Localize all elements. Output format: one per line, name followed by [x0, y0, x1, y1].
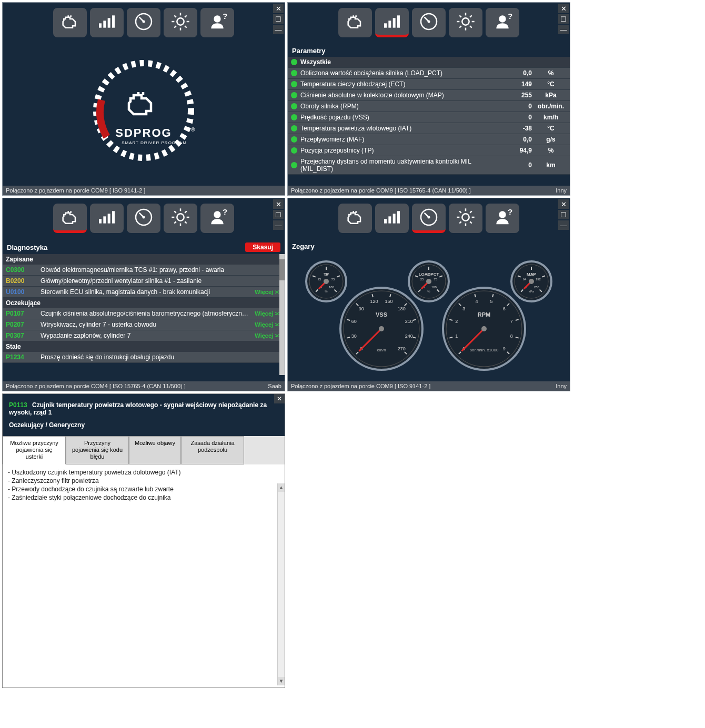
minimize-button[interactable]: —: [558, 220, 569, 230]
minimize-button[interactable]: —: [273, 25, 284, 34]
tab-params[interactable]: [90, 204, 124, 233]
status-left: Połączono z pojazdem na porcie COM9 [ IS…: [291, 187, 471, 194]
param-value: 0,0: [500, 136, 532, 143]
more-link[interactable]: Więcej >>: [255, 310, 281, 317]
tab-engine[interactable]: [338, 8, 372, 37]
status-left: Połączono z pojazdem na porcie COM4 [ IS…: [6, 383, 186, 389]
tab-settings[interactable]: [164, 204, 197, 233]
gauge-icon: [418, 207, 439, 228]
dtc-code: B0200: [6, 277, 37, 285]
bars-icon: [96, 207, 117, 228]
minimize-button[interactable]: —: [558, 25, 569, 34]
detail-tab[interactable]: Możliwe objawy: [129, 436, 181, 464]
minimize-button[interactable]: —: [273, 220, 284, 230]
tab-gauges[interactable]: [412, 8, 446, 37]
param-row[interactable]: Temperatura powietrza wlotowego (IAT) -3…: [288, 123, 570, 134]
param-row[interactable]: Pozycja przepustnicy (TP) 94,9 %: [288, 145, 570, 156]
close-button[interactable]: ✕: [274, 394, 285, 403]
more-link[interactable]: Więcej >>: [255, 321, 281, 328]
svg-text:5: 5: [490, 299, 492, 304]
scrollbar-thumb[interactable]: [279, 259, 285, 280]
close-button[interactable]: ✕: [558, 199, 569, 209]
param-row[interactable]: Ciśnienie absolutne w kolektorze dolotow…: [288, 90, 570, 101]
more-link[interactable]: Więcej >>: [255, 332, 281, 339]
dtc-subtitle: Oczekujący / Generyczny: [9, 421, 278, 429]
close-button[interactable]: ✕: [273, 199, 284, 209]
param-row[interactable]: Przejechany dystans od momentu uaktywnie…: [288, 156, 570, 175]
scrollbar[interactable]: [279, 254, 285, 375]
tab-gauges[interactable]: [127, 204, 160, 233]
svg-text:120: 120: [370, 299, 378, 304]
tab-help[interactable]: [200, 8, 234, 37]
tab-settings[interactable]: [449, 8, 482, 37]
dtc-code: P1234: [6, 353, 37, 361]
dtc-row[interactable]: B0200 Główny/pierwotny/przedni wentylato…: [3, 276, 285, 287]
tab-gauges[interactable]: [127, 8, 160, 37]
maximize-button[interactable]: ☐: [558, 210, 569, 219]
clear-button[interactable]: Skasuj: [245, 242, 280, 252]
detail-tab[interactable]: Możliwe przyczyny pojawienia się usterki: [3, 436, 66, 464]
dtc-code: P0113: [9, 401, 27, 409]
close-button[interactable]: ✕: [273, 4, 284, 13]
param-name: Temperatura powietrza wlotowego (IAT): [300, 125, 497, 132]
tab-settings[interactable]: [164, 8, 197, 37]
gauge: 0306090120150180210240270VSSkm/h: [340, 288, 422, 370]
tab-help[interactable]: [200, 204, 234, 233]
param-value: 149: [500, 80, 532, 88]
svg-text:kPa: kPa: [529, 290, 535, 293]
tab-help[interactable]: [486, 8, 519, 37]
param-row[interactable]: Temperatura cieczy chłodzącej (ECT) 149 …: [288, 79, 570, 90]
param-name: Ciśnienie absolutne w kolektorze dolotow…: [300, 92, 497, 99]
dtc-code: P0107: [6, 310, 37, 317]
status-bar: Połączono z pojazdem na porcie COM9 [ IS…: [288, 186, 570, 195]
maximize-button[interactable]: ☐: [558, 14, 569, 24]
param-row[interactable]: Obroty silnika (RPM) 0 obr./min.: [288, 101, 570, 112]
param-row[interactable]: Przepływomierz (MAF) 0,0 g/s: [288, 134, 570, 145]
logo-sub: SMART DRIVER PROGRAM: [122, 140, 187, 145]
status-bar: Połączono z pojazdem na porcie COM4 [ IS…: [3, 381, 285, 391]
param-unit: kPa: [535, 92, 567, 99]
dtc-code: U0100: [6, 288, 37, 296]
param-unit: g/s: [535, 136, 567, 143]
dtc-row[interactable]: P0207 Wtryskiwacz, cylinder 7 - usterka …: [3, 319, 285, 330]
tab-gauges[interactable]: [412, 204, 446, 233]
param-row-all[interactable]: Wszystkie: [288, 57, 570, 68]
param-name: Obroty silnika (RPM): [300, 103, 497, 110]
body-line: - Zanieczyszczony filtr powietrza: [8, 477, 279, 484]
help-icon: [207, 207, 228, 228]
help-icon: [492, 11, 513, 32]
tab-engine[interactable]: [338, 204, 372, 233]
tab-params[interactable]: [90, 8, 124, 37]
tab-params[interactable]: [375, 8, 409, 37]
maximize-button[interactable]: ☐: [273, 14, 284, 24]
tab-params[interactable]: [375, 204, 409, 233]
tab-engine[interactable]: [53, 8, 87, 37]
svg-text:255: 255: [534, 286, 540, 289]
param-value: 0: [500, 161, 532, 169]
dtc-row[interactable]: C0300 Obwód elektromagnesu/miernika TCS …: [3, 265, 285, 276]
scroll-up[interactable]: ▲: [278, 483, 285, 492]
tab-settings[interactable]: [449, 204, 482, 233]
detail-tab[interactable]: Zasada działania podzespołu: [181, 436, 244, 464]
gauge: 0123456789RPMobr./min. x1000: [443, 288, 525, 370]
close-button[interactable]: ✕: [558, 4, 569, 13]
dtc-row[interactable]: P0307 Wypadanie zapłonów, cylinder 7 Wię…: [3, 330, 285, 341]
scrollbar[interactable]: ▲ ▼: [277, 483, 285, 685]
scroll-down[interactable]: ▼: [278, 677, 285, 685]
svg-text:4: 4: [476, 299, 478, 304]
dtc-row[interactable]: U0100 Sterownik ECU silnika, magistrala …: [3, 287, 285, 298]
maximize-button[interactable]: ☐: [273, 210, 284, 219]
dtc-desc: Sterownik ECU silnika, magistrala danych…: [41, 288, 251, 296]
bars-icon: [381, 207, 402, 228]
param-value: 255: [500, 92, 532, 99]
dtc-row[interactable]: P0107 Czujnik ciśnienia absolutnego/ciśn…: [3, 308, 285, 319]
dtc-row[interactable]: P1234 Proszę odnieść się do instrukcji o…: [3, 352, 285, 363]
detail-tab[interactable]: Przyczyny pojawienia się kodu błędu: [66, 436, 129, 464]
tab-engine[interactable]: [53, 204, 87, 233]
tab-help[interactable]: [486, 204, 519, 233]
dtc-category: Oczekujące: [3, 298, 285, 308]
param-unit: km: [535, 161, 567, 169]
param-row[interactable]: Prędkość pojazdu (VSS) 0 km/h: [288, 112, 570, 123]
more-link[interactable]: Więcej >>: [255, 289, 281, 295]
param-row[interactable]: Obliczona wartość obciążenia silnika (LO…: [288, 68, 570, 79]
